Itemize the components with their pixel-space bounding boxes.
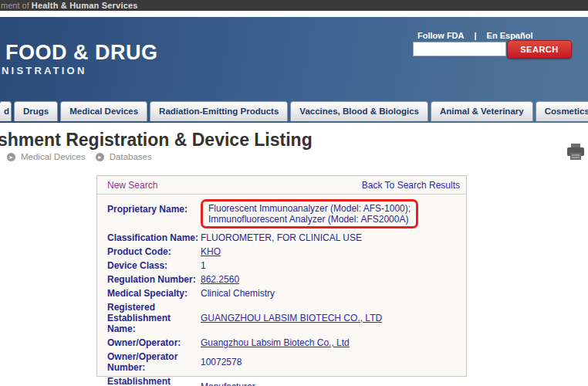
field-value: 1 (201, 259, 456, 273)
hhs-link[interactable]: Health & Human Services (32, 1, 138, 10)
fda-logo-line1[interactable]: FOOD & DRUG (5, 42, 158, 63)
back-to-search-results-link[interactable]: Back To Search Results (362, 180, 460, 191)
link-separator: | (475, 31, 477, 40)
tab-cosmetics[interactable]: Cosmetics (536, 101, 588, 121)
highlight-box: Fluorescent Immunoanalyzer (Model: AFS-1… (201, 199, 418, 229)
field-label: Regulation Number: (107, 273, 201, 286)
breadcrumb-arrow-icon: ▸ (96, 153, 104, 161)
table-row: Classification Name: FLUOROMETER, FOR CL… (107, 231, 456, 245)
field-label: Owner/Operator Number: (107, 350, 201, 374)
proprietary-name-line1: Fluorescent Immunoanalyzer (Model: AFS-1… (208, 203, 411, 214)
product-code-link[interactable]: KHO (201, 246, 221, 257)
field-label: Product Code: (107, 245, 201, 259)
main-nav: d Drugs Medical Devices Radiation-Emitti… (0, 100, 588, 123)
field-label: Proprietary Name: (107, 197, 201, 231)
field-value: FLUOROMETER, FOR CLINICAL USE (201, 231, 456, 245)
breadcrumb-arrow-icon: ▸ (7, 153, 15, 161)
tab-medical-devices[interactable]: Medical Devices (60, 101, 147, 121)
field-label: Owner/Operator: (107, 336, 201, 350)
follow-fda-link[interactable]: Follow FDA (417, 31, 465, 40)
proprietary-name-line2: Immunofluorescent Analyzer (Model: AFS20… (208, 214, 411, 225)
field-label: Registered Establishment Name: (107, 300, 201, 336)
page-title: shment Registration & Device Listing (0, 130, 313, 151)
hhs-top-bar: ment of Health & Human Services (0, 0, 588, 11)
field-value: 10072578 (201, 350, 456, 374)
field-value: Clinical Chemistry (201, 286, 456, 300)
tab-drugs[interactable]: Drugs (14, 101, 58, 121)
tab-food-partial[interactable]: d (0, 101, 12, 121)
fda-header: FOOD & DRUG NISTRATION Follow FDA | En E… (0, 17, 588, 123)
field-label: Device Class: (107, 259, 201, 273)
breadcrumb-medical-devices[interactable]: Medical Devices (21, 152, 86, 161)
field-value: Manufacturer (201, 374, 456, 386)
table-row: Medical Specialty: Clinical Chemistry (107, 286, 456, 300)
table-row: Proprietary Name: Fluorescent Immunoanal… (107, 197, 456, 231)
table-row: Registered Establishment Name: GUANGZHOU… (107, 300, 456, 336)
search-input[interactable] (413, 42, 506, 56)
hhs-text-prefix: ment of (1, 1, 32, 10)
panel-header-row: New Search Back To Search Results (97, 176, 466, 195)
device-detail-panel: New Search Back To Search Results Propri… (96, 175, 467, 377)
table-row: Product Code: KHO (107, 245, 456, 259)
owner-operator-link[interactable]: Guangzhou Labsim Biotech Co., Ltd (201, 337, 350, 348)
device-detail-table: Proprietary Name: Fluorescent Immunoanal… (107, 197, 456, 386)
tab-radiation-emitting-products[interactable]: Radiation-Emitting Products (150, 101, 288, 121)
search-button[interactable]: SEARCH (507, 40, 572, 59)
tab-vaccines-blood-biologics[interactable]: Vaccines, Blood & Biologics (290, 101, 428, 121)
registered-establishment-link[interactable]: GUANGZHOU LABSIM BIOTECH CO., LTD (201, 313, 382, 323)
new-search-link[interactable]: New Search (107, 180, 157, 191)
en-espanol-link[interactable]: En Español (487, 31, 533, 40)
field-label: Classification Name: (107, 231, 201, 245)
header-links: Follow FDA | En Español (417, 31, 532, 40)
field-label: Establishment Operations: (107, 374, 201, 386)
table-row: Regulation Number: 862.2560 (107, 273, 456, 286)
tab-animal-veterinary[interactable]: Animal & Veterinary (431, 101, 533, 121)
field-label: Medical Specialty: (107, 286, 201, 300)
print-icon[interactable] (566, 144, 585, 161)
table-row: Device Class: 1 (107, 259, 456, 273)
fda-logo-line2[interactable]: NISTRATION (2, 66, 86, 76)
breadcrumb-databases[interactable]: Databases (110, 152, 152, 161)
table-row: Owner/Operator Number: 10072578 (107, 350, 456, 374)
table-row: Establishment Operations: Manufacturer (107, 374, 456, 386)
regulation-number-link[interactable]: 862.2560 (201, 274, 239, 285)
table-row: Owner/Operator: Guangzhou Labsim Biotech… (107, 336, 456, 350)
breadcrumb: ▸ Medical Devices ▸ Databases (7, 152, 157, 161)
